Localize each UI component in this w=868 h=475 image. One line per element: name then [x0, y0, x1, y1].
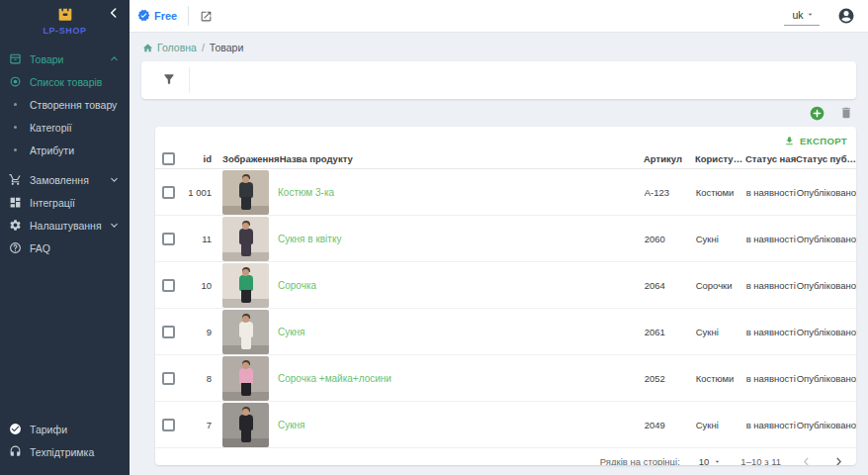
- main-area: Free uk Головна / Товари: [130, 0, 868, 475]
- breadcrumb-separator: /: [202, 42, 205, 53]
- header-image: Зображення: [212, 153, 280, 164]
- sidebar-item-label: Створення товару: [30, 99, 120, 111]
- table-actions: [141, 101, 856, 125]
- header-availability: Статус ная…: [745, 153, 796, 164]
- prev-page-button[interactable]: [800, 455, 813, 465]
- product-availability-status: в наявності: [746, 234, 797, 244]
- sidebar-item-label: Інтеграції: [30, 197, 120, 209]
- header-sku: Артикул: [644, 153, 695, 164]
- sidebar-nav: Товари Список товарів Створення товару К…: [0, 38, 130, 259]
- delete-icon[interactable]: [839, 106, 853, 120]
- row-checkbox[interactable]: [162, 372, 175, 385]
- sidebar-item-tariffs[interactable]: Тарифи: [0, 418, 130, 440]
- sidebar-item-product-list[interactable]: Список товарів: [0, 70, 130, 93]
- product-category: Сукні: [696, 327, 746, 337]
- product-name-link[interactable]: Сукня в квітку: [278, 234, 341, 244]
- products-table-card: ЕКСПОРТ id Зображення Назва продукту Арт…: [155, 127, 856, 465]
- sidebar-item-label: Товари: [30, 53, 105, 65]
- sidebar-item-settings[interactable]: Налаштування: [0, 214, 130, 237]
- product-id: 10: [184, 280, 212, 291]
- product-availability-status: в наявності: [746, 420, 797, 430]
- product-row: 10 Сорочка 2064 Сорочки в наявності Опуб…: [155, 262, 856, 309]
- product-name-link[interactable]: Костюм 3-ка: [278, 187, 334, 198]
- filter-icon[interactable]: [162, 72, 178, 88]
- product-photo: [222, 217, 269, 261]
- open-in-new-icon[interactable]: [200, 9, 215, 24]
- plan-badge[interactable]: Free: [137, 9, 177, 24]
- product-id: 7: [184, 420, 212, 430]
- sidebar-item-integrations[interactable]: Інтеграції: [0, 191, 130, 214]
- breadcrumb: Головна / Товари: [142, 42, 856, 53]
- row-checkbox[interactable]: [162, 233, 175, 245]
- product-publication-status: Опубліковано: [797, 280, 856, 291]
- logo-text: LP-SHOP: [43, 27, 86, 36]
- product-sku: А-123: [645, 187, 696, 198]
- headset-icon: [8, 445, 22, 459]
- product-name-link[interactable]: Сорочка: [278, 280, 316, 291]
- product-id: 8: [184, 373, 212, 384]
- sidebar-header: LP-SHOP: [0, 0, 130, 38]
- rows-per-page-value: 10: [699, 456, 710, 465]
- sidebar-item-label: Тарифи: [30, 424, 120, 435]
- next-page-button[interactable]: [832, 455, 845, 465]
- radio-selected-icon: [8, 75, 22, 89]
- bullet-icon: [8, 143, 22, 157]
- export-button[interactable]: ЕКСПОРТ: [784, 136, 847, 146]
- sidebar-item-label: FAQ: [30, 242, 120, 254]
- product-photo: [222, 170, 269, 215]
- sidebar-item-label: Техпідтримка: [30, 446, 120, 458]
- product-sku: 2061: [645, 327, 696, 337]
- box-icon: [8, 52, 22, 66]
- product-publication-status: Опубліковано: [797, 327, 856, 337]
- plan-badge-label: Free: [154, 10, 177, 22]
- app-window: LP-SHOP Товари Список товарів: [0, 0, 868, 475]
- product-availability-status: в наявності: [746, 187, 797, 198]
- account-avatar[interactable]: [837, 7, 855, 25]
- topbar-divider: [188, 6, 189, 26]
- row-checkbox[interactable]: [162, 279, 175, 292]
- product-id: 1 001: [184, 187, 212, 198]
- row-checkbox[interactable]: [162, 186, 175, 199]
- page-nav: [800, 455, 845, 465]
- product-row: 1 001 Костюм 3-ка А-123 Костюми в наявно…: [155, 169, 856, 216]
- product-name-link[interactable]: Сукня: [278, 327, 305, 337]
- sidebar-item-orders[interactable]: Замовлення: [0, 168, 130, 191]
- select-all-checkbox[interactable]: [162, 152, 175, 165]
- sidebar-item-support[interactable]: Техпідтримка: [0, 440, 130, 463]
- product-sku: 2064: [645, 280, 696, 291]
- row-checkbox[interactable]: [162, 326, 175, 338]
- topbar: Free uk: [130, 0, 868, 33]
- sidebar-item-faq[interactable]: FAQ: [0, 237, 130, 259]
- add-product-button[interactable]: [810, 106, 825, 121]
- breadcrumb-home-link[interactable]: Головна: [142, 42, 197, 53]
- product-photo: [222, 263, 269, 308]
- sidebar-item-products[interactable]: Товари: [0, 48, 130, 70]
- sidebar-item-product-create[interactable]: Створення товару: [0, 93, 130, 116]
- sidebar-item-label: Атрибути: [30, 144, 120, 156]
- sidebar-item-attributes[interactable]: Атрибути: [0, 139, 130, 161]
- logo[interactable]: LP-SHOP: [43, 4, 86, 36]
- export-label: ЕКСПОРТ: [800, 136, 847, 146]
- product-name-link[interactable]: Сорочка +майка+лосини: [278, 373, 391, 384]
- content-area: Головна / Товари: [130, 33, 868, 475]
- sidebar-collapse-button[interactable]: [107, 6, 121, 20]
- product-row: 7 Сукня 2049 Сукні в наявності Опубліков…: [155, 402, 856, 448]
- row-checkbox[interactable]: [162, 419, 175, 431]
- pagination-range: 1–10 з 11: [740, 456, 781, 465]
- rows-per-page-label: Рядків на сторінці:: [600, 456, 680, 465]
- product-availability-status: в наявності: [746, 373, 797, 384]
- bullet-icon: [8, 98, 22, 112]
- product-name-link[interactable]: Сукня: [278, 420, 305, 430]
- chevron-down-icon: [109, 220, 120, 231]
- chevron-down-icon: [109, 174, 120, 185]
- header-name: Назва продукту: [280, 153, 644, 164]
- product-category: Костюми: [696, 187, 746, 198]
- product-row: 9 Сукня 2061 Сукні в наявності Опубліков…: [155, 309, 856, 355]
- language-select-value: uk: [792, 9, 803, 21]
- sidebar-item-categories[interactable]: Категорії: [0, 116, 130, 139]
- cart-icon: [8, 173, 22, 187]
- language-select[interactable]: uk: [784, 7, 820, 26]
- rows-per-page-select[interactable]: 10: [699, 456, 723, 465]
- help-icon: [8, 241, 22, 255]
- product-row: 11 Сукня в квітку 2060 Сукні в наявності…: [155, 216, 856, 262]
